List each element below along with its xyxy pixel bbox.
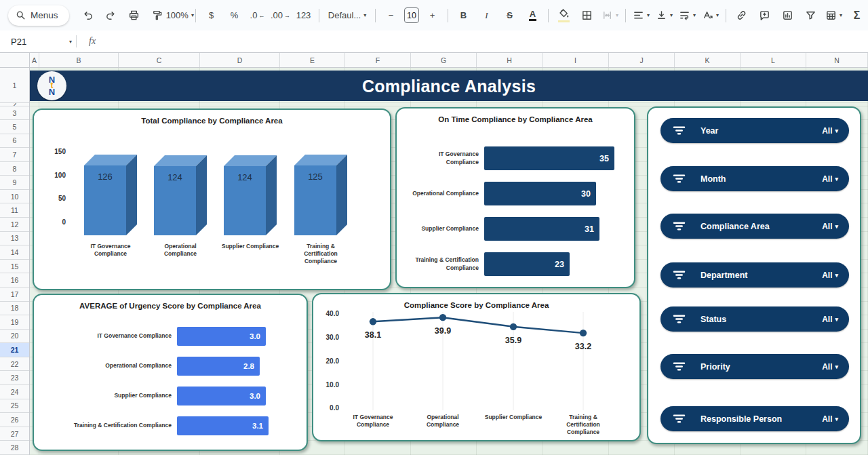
strikethrough-button[interactable]: S — [498, 6, 521, 25]
filter-pill-month[interactable]: MonthAll▾ — [660, 166, 849, 191]
row-header-13[interactable]: 13 — [0, 232, 29, 246]
zoom-select[interactable]: 100%▾ — [169, 6, 191, 25]
filter-value-dropdown[interactable]: All▾ — [822, 222, 838, 231]
row-header-20[interactable]: 20 — [0, 330, 29, 344]
row-header-21[interactable]: 21 — [0, 343, 29, 357]
row-header-14[interactable]: 14 — [0, 245, 29, 260]
row-header-1[interactable]: 1 — [0, 68, 29, 103]
filter-value-dropdown[interactable]: All▾ — [822, 315, 838, 324]
undo-button[interactable] — [77, 6, 99, 25]
column-header-I[interactable]: I — [542, 53, 609, 67]
row-header-12[interactable]: 12 — [0, 218, 29, 232]
insert-chart-button[interactable] — [776, 6, 799, 25]
row-header-24[interactable]: 24 — [0, 385, 29, 399]
category-label: Supplier Compliance — [402, 217, 479, 241]
chart-urgency-score[interactable]: AVERAGE of Urgency Score by Compliance A… — [33, 294, 308, 451]
row-header-15[interactable]: 15 — [0, 260, 29, 274]
row-header-26[interactable]: 26 — [0, 413, 29, 427]
create-filter-button[interactable] — [800, 6, 822, 25]
bold-button[interactable]: B — [452, 6, 475, 25]
filter-views-button[interactable]: ▾ — [823, 6, 845, 25]
filter-value-dropdown[interactable]: All▾ — [822, 414, 838, 424]
name-box[interactable]: P21 ▾ — [0, 37, 76, 47]
menus-button[interactable]: Menus — [8, 5, 69, 26]
italic-button[interactable]: I — [475, 6, 498, 25]
row-header-27[interactable]: 27 — [0, 427, 29, 441]
row-header-10[interactable]: 10 — [0, 190, 29, 204]
print-button[interactable] — [123, 6, 145, 25]
row-header-9[interactable]: 9 — [0, 176, 29, 190]
toolbar-divider — [195, 9, 196, 22]
column-header-G[interactable]: G — [411, 53, 477, 67]
column-headers: ABCDEFGHIJKLN — [30, 52, 868, 68]
column-header-A[interactable]: A — [30, 53, 39, 67]
row-header-11[interactable]: 11 — [0, 203, 29, 218]
select-all-corner[interactable] — [0, 52, 30, 68]
filter-pill-priority[interactable]: PriorityAll▾ — [660, 354, 849, 379]
row-header-3[interactable]: 3 — [0, 106, 29, 120]
row-header-8[interactable]: 8 — [0, 162, 29, 176]
increase-font-size-button[interactable]: + — [421, 6, 443, 25]
column-header-J[interactable]: J — [609, 53, 675, 67]
filter-value-dropdown[interactable]: All▾ — [822, 271, 838, 280]
text-wrap-button[interactable]: ▾ — [676, 6, 698, 25]
category-label: Training &CertificationCompliance — [546, 414, 620, 436]
decrease-decimal-button[interactable]: .0← — [246, 6, 269, 25]
merge-cells-button[interactable]: ▾ — [599, 6, 621, 25]
row-header-18[interactable]: 18 — [0, 302, 29, 316]
row-header-25[interactable]: 25 — [0, 399, 29, 414]
dropdown-caret: ▾ — [835, 127, 838, 134]
dashboard-title: Compliance Analysis — [30, 77, 868, 96]
decrease-font-size-button[interactable]: − — [380, 6, 402, 25]
borders-button[interactable] — [576, 6, 598, 25]
filter-pill-department[interactable]: DepartmentAll▾ — [660, 262, 849, 288]
sheet-canvas[interactable]: NtN Compliance Analysis Total Compliance… — [30, 68, 868, 455]
row-header-6[interactable]: 6 — [0, 134, 29, 149]
horizontal-align-button[interactable]: ▾ — [630, 6, 652, 25]
column-header-H[interactable]: H — [477, 53, 542, 67]
redo-button[interactable] — [100, 6, 122, 25]
row-header-7[interactable]: 7 — [0, 148, 29, 162]
row-header-16[interactable]: 16 — [0, 273, 29, 288]
increase-decimal-button[interactable]: .00→ — [269, 6, 292, 25]
format-currency-button[interactable]: $ — [200, 6, 222, 25]
fill-color-button[interactable] — [553, 6, 575, 25]
column-header-C[interactable]: C — [119, 53, 200, 67]
chart-compliance-score[interactable]: Compliance Score by Compliance Area 40.0… — [312, 293, 641, 441]
column-header-D[interactable]: D — [200, 53, 280, 67]
insert-link-button[interactable] — [730, 6, 753, 25]
column-header-N[interactable]: N — [806, 53, 868, 67]
paint-format-button[interactable] — [146, 6, 168, 25]
functions-button[interactable]: Σ — [846, 6, 868, 25]
column-header-B[interactable]: B — [39, 53, 119, 67]
row-header-22[interactable]: 22 — [0, 357, 29, 372]
row-header-23[interactable]: 23 — [0, 371, 29, 385]
font-select[interactable]: Defaul...▾ — [323, 6, 371, 25]
filter-value-dropdown[interactable]: All▾ — [822, 126, 838, 136]
row-header-19[interactable]: 19 — [0, 315, 29, 330]
font-size-input[interactable]: 10 — [404, 7, 419, 23]
bar: 3.1 — [177, 416, 269, 435]
filter-pill-compliance-area[interactable]: Compliance AreaAll▾ — [660, 214, 849, 239]
row-header-28[interactable]: 28 — [0, 441, 29, 455]
filter-pill-year[interactable]: YearAll▾ — [660, 118, 849, 143]
chart-on-time-compliance[interactable]: On Time Compliance by Compliance Area IT… — [395, 107, 635, 288]
column-header-F[interactable]: F — [345, 53, 411, 67]
row-header-5[interactable]: 5 — [0, 120, 29, 134]
filter-value-dropdown[interactable]: All▾ — [822, 362, 838, 372]
row-header-17[interactable]: 17 — [0, 288, 29, 302]
text-color-button[interactable]: A — [521, 6, 544, 25]
toolbar-divider — [726, 9, 726, 22]
vertical-align-button[interactable]: ▾ — [653, 6, 675, 25]
filter-value-dropdown[interactable]: All▾ — [822, 174, 838, 184]
chart-total-compliance[interactable]: Total Compliance by Compliance Area 1501… — [33, 108, 391, 290]
column-header-K[interactable]: K — [675, 53, 741, 67]
filter-pill-status[interactable]: StatusAll▾ — [660, 306, 849, 332]
format-percent-button[interactable]: % — [223, 6, 245, 25]
filter-pill-responsible-person[interactable]: Responsible PersonAll▾ — [660, 406, 849, 431]
column-header-L[interactable]: L — [741, 53, 806, 67]
text-rotation-button[interactable]: ▾ — [699, 6, 722, 25]
column-header-E[interactable]: E — [280, 53, 345, 67]
insert-comment-button[interactable] — [753, 6, 776, 25]
more-formats-button[interactable]: 123 — [292, 6, 315, 25]
